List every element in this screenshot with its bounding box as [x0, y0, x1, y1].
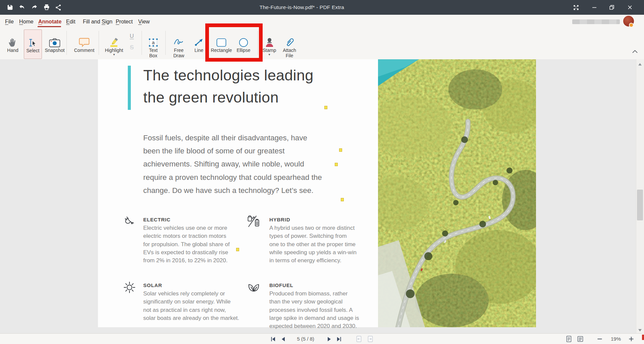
- comment-bubble-icon: [79, 29, 90, 48]
- menu-view[interactable]: View: [138, 19, 150, 25]
- highlight-tool-button[interactable]: Highlight ▾: [103, 29, 125, 58]
- heading-accent-bar: [128, 66, 131, 110]
- text-box-tool-button[interactable]: a Text Box: [145, 29, 162, 58]
- zoom-in-button[interactable]: [628, 336, 635, 342]
- comment-tool-button[interactable]: Comment: [74, 29, 94, 58]
- scroll-down-icon[interactable]: [638, 327, 642, 331]
- tool-label: Line: [195, 48, 203, 53]
- aerial-forest-photo: [378, 59, 536, 327]
- leaves-icon: [247, 281, 261, 294]
- feature-text: Produced from biomass, rather than the v…: [269, 290, 359, 330]
- annotation-marker[interactable]: [236, 248, 239, 251]
- fit-page-icon[interactable]: [566, 336, 572, 342]
- line-tool-button[interactable]: Line: [192, 29, 206, 58]
- tool-label: Highlight: [105, 48, 123, 53]
- feature-heading: ELECTRIC: [143, 217, 170, 222]
- tool-label: Select: [26, 48, 40, 53]
- paperclip-icon: [284, 29, 294, 48]
- first-page-button[interactable]: [270, 336, 276, 342]
- tool-label: Box: [149, 53, 157, 58]
- intro-paragraph: Fossil fuels, despite all their disadvan…: [143, 131, 322, 197]
- last-page-button[interactable]: [336, 336, 342, 342]
- tool-label: Draw: [173, 53, 184, 58]
- feature-heading: HYBRID: [269, 217, 290, 222]
- red-highlight-box: [205, 23, 263, 62]
- zoom-out-button[interactable]: [596, 336, 603, 342]
- text-box-icon: a: [148, 29, 159, 48]
- restore-icon[interactable]: [607, 3, 616, 12]
- undo-icon[interactable]: [18, 3, 26, 11]
- close-icon[interactable]: [626, 3, 634, 12]
- electric-plug-icon: [124, 216, 137, 230]
- tool-label: Comment: [74, 48, 95, 53]
- feature-text: A hybrid uses two or more distinct types…: [269, 224, 357, 265]
- annotation-marker[interactable]: [339, 148, 342, 152]
- user-name-redacted: [572, 19, 620, 24]
- scroll-up-icon[interactable]: [638, 61, 642, 65]
- next-page-button[interactable]: [326, 336, 333, 342]
- pdf-extra-window: The-Future-is-Now.pdf* - PDF Extra File …: [0, 0, 644, 344]
- collapse-ribbon-chevron-icon[interactable]: [632, 49, 639, 54]
- annotation-marker[interactable]: [335, 163, 338, 166]
- feature-heading: BIOFUEL: [269, 282, 293, 288]
- toolbar-separator: [99, 31, 99, 55]
- zoom-level-display[interactable]: 19%: [608, 336, 624, 342]
- previous-page-button[interactable]: [280, 336, 286, 342]
- minimize-icon[interactable]: [590, 3, 599, 12]
- menu-protect[interactable]: Protect: [116, 19, 133, 25]
- hand-tool-button[interactable]: Hand: [5, 29, 20, 58]
- share-icon[interactable]: [54, 3, 62, 11]
- toolbar-separator: [142, 31, 142, 55]
- previous-view-icon[interactable]: [356, 336, 362, 342]
- menu-annotate[interactable]: Annotate: [38, 19, 61, 25]
- fuel-battery-icon: [247, 215, 260, 229]
- select-cursor-icon: [28, 30, 38, 48]
- stamp-icon: [264, 29, 275, 48]
- save-icon[interactable]: [6, 3, 14, 11]
- dropdown-caret-icon[interactable]: ▾: [113, 53, 115, 56]
- menu-file[interactable]: File: [5, 19, 14, 25]
- annotation-marker[interactable]: [341, 198, 344, 201]
- feature-heading: SOLAR: [143, 282, 162, 288]
- dropdown-caret-icon[interactable]: ▾: [268, 53, 270, 56]
- window-title: The-Future-is-Now.pdf* - PDF Extra: [221, 4, 382, 10]
- page-heading-line1: The technologies leading: [143, 64, 314, 86]
- strikethrough-tool-button[interactable]: S: [127, 43, 136, 52]
- tool-label: Free: [174, 48, 184, 53]
- tool-label: File: [286, 53, 293, 58]
- toolbar-separator: [165, 31, 166, 55]
- fullscreen-icon[interactable]: [572, 3, 580, 12]
- attach-file-tool-button[interactable]: Attach File: [281, 29, 298, 58]
- next-view-icon[interactable]: [367, 336, 374, 342]
- select-tool-button[interactable]: Select: [24, 29, 42, 59]
- page-heading-line2: the green revolution: [143, 86, 279, 109]
- camera-icon: [49, 29, 60, 48]
- feature-text: Solar vehicles rely completely or signif…: [143, 290, 239, 322]
- ribbon: File Home Annotate Edit Fill and Sign Pr…: [0, 15, 644, 60]
- line-arrow-icon: [194, 29, 204, 48]
- scrollbar-thumb[interactable]: [637, 190, 643, 220]
- svg-text:a: a: [152, 40, 155, 45]
- redo-icon[interactable]: [31, 3, 39, 11]
- annotation-marker[interactable]: [324, 106, 327, 109]
- menu-home[interactable]: Home: [19, 19, 34, 25]
- fit-width-icon[interactable]: [577, 336, 584, 342]
- free-draw-tool-button[interactable]: Free Draw: [170, 29, 187, 58]
- hand-icon: [7, 29, 18, 48]
- menu-edit[interactable]: Edit: [66, 19, 75, 25]
- menu-fill-and-sign[interactable]: Fill and Sign: [83, 19, 112, 25]
- feature-text: Electric vehicles use one or more electr…: [143, 224, 230, 265]
- presence-status-dot: [629, 23, 634, 27]
- tool-label: Stamp: [263, 48, 276, 53]
- page-number-display[interactable]: 5 (5 / 8): [288, 336, 323, 342]
- highlighter-icon: [108, 29, 120, 48]
- stamp-tool-button[interactable]: Stamp ▾: [261, 29, 278, 58]
- tool-label: Text: [149, 48, 158, 53]
- tool-label: Attach: [283, 48, 296, 53]
- sun-icon: [123, 281, 136, 295]
- print-icon[interactable]: [43, 3, 51, 11]
- snapshot-tool-button[interactable]: Snapshot: [45, 29, 64, 58]
- underline-tool-button[interactable]: U: [127, 31, 136, 41]
- title-bar: The-Future-is-Now.pdf* - PDF Extra: [0, 0, 644, 15]
- toolbar-separator: [66, 31, 67, 55]
